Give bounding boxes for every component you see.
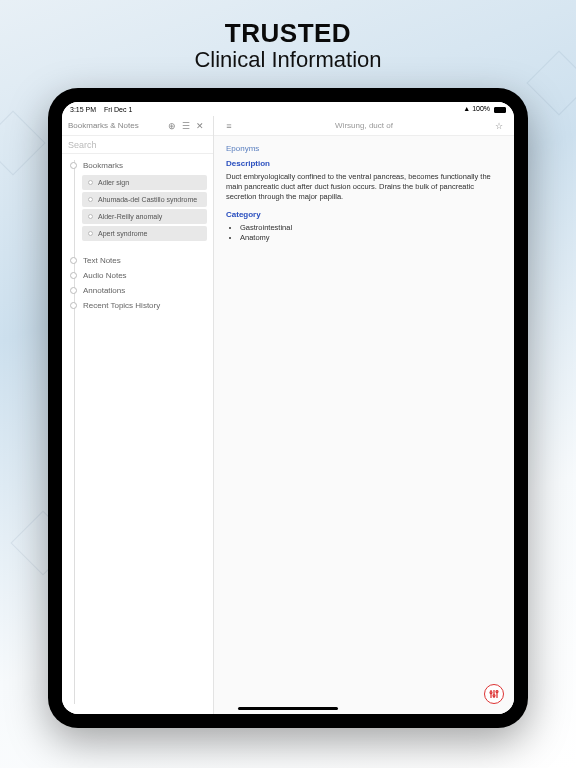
tree-node-icon xyxy=(70,257,77,264)
sidebar-title: Bookmarks & Notes xyxy=(68,121,165,130)
bookmark-item[interactable]: Ahumada-del Castillo syndrome xyxy=(82,192,207,207)
article-body: Eponyms Description Duct embryologically… xyxy=(214,136,514,251)
bookmark-label: Apert syndrome xyxy=(98,230,147,237)
promo-headline: TRUSTED Clinical Information xyxy=(0,0,576,73)
close-sidebar-button[interactable]: ✕ xyxy=(193,119,207,133)
sidebar-tree: Bookmarks Adler sign Ahumada-del Castill… xyxy=(62,154,213,714)
sidebar: Bookmarks & Notes ⊕ ☰ ✕ Bookmarks xyxy=(62,116,214,714)
status-right: ▲ 100% xyxy=(463,105,506,112)
battery-icon xyxy=(494,107,506,113)
main-pane: ≡ Wirsung, duct of ☆ Eponyms Description… xyxy=(214,116,514,714)
svg-point-5 xyxy=(496,691,498,693)
status-left: 3:15 PM Fri Dec 1 xyxy=(70,106,132,113)
section-text-notes[interactable]: Text Notes xyxy=(68,253,213,268)
ios-status-bar: 3:15 PM Fri Dec 1 ▲ 100% xyxy=(62,102,514,116)
bookmark-label: Alder-Reilly anomaly xyxy=(98,213,162,220)
add-button[interactable]: ⊕ xyxy=(165,119,179,133)
wifi-icon: ▲ xyxy=(463,105,470,112)
category-item: Anatomy xyxy=(240,233,502,242)
svg-point-3 xyxy=(493,695,495,697)
status-time: 3:15 PM xyxy=(70,106,96,113)
section-history[interactable]: Recent Topics History xyxy=(68,298,213,313)
tree-node-icon xyxy=(70,302,77,309)
tree-leaf-icon xyxy=(88,231,93,236)
section-audio-notes[interactable]: Audio Notes xyxy=(68,268,213,283)
category-item: Gastrointestinal xyxy=(240,223,502,232)
section-annotations[interactable]: Annotations xyxy=(68,283,213,298)
status-date: Fri Dec 1 xyxy=(104,106,132,113)
filter-button[interactable]: ☰ xyxy=(179,119,193,133)
tree-leaf-icon xyxy=(88,180,93,185)
bookmark-item[interactable]: Adler sign xyxy=(82,175,207,190)
section-bookmarks[interactable]: Bookmarks xyxy=(68,158,213,173)
promo-line-1: TRUSTED xyxy=(0,18,576,49)
tree-leaf-icon xyxy=(88,197,93,202)
category-heading: Category xyxy=(226,210,502,219)
tree-leaf-icon xyxy=(88,214,93,219)
category-list: Gastrointestinal Anatomy xyxy=(240,223,502,242)
promo-line-2: Clinical Information xyxy=(0,47,576,73)
home-indicator[interactable] xyxy=(238,707,338,710)
bookmark-item[interactable]: Apert syndrome xyxy=(82,226,207,241)
decorative-hex xyxy=(0,110,46,175)
svg-point-1 xyxy=(490,692,492,694)
settings-fab[interactable] xyxy=(484,684,504,704)
section-label: Annotations xyxy=(83,286,125,295)
sidebar-toolbar: Bookmarks & Notes ⊕ ☰ ✕ xyxy=(62,116,213,136)
description-text: Duct embryologically confined to the ven… xyxy=(226,172,502,202)
split-view: Bookmarks & Notes ⊕ ☰ ✕ Bookmarks xyxy=(62,116,514,714)
battery-percent: 100% xyxy=(472,105,490,112)
breadcrumb[interactable]: Eponyms xyxy=(226,144,502,153)
sidebar-search[interactable] xyxy=(62,136,213,154)
section-label: Recent Topics History xyxy=(83,301,160,310)
tablet-frame: 3:15 PM Fri Dec 1 ▲ 100% Bookmarks & Not… xyxy=(48,88,528,728)
tree-node-icon xyxy=(70,272,77,279)
search-input[interactable] xyxy=(68,140,207,150)
description-heading: Description xyxy=(226,159,502,168)
bookmark-label: Adler sign xyxy=(98,179,129,186)
favorite-button[interactable]: ☆ xyxy=(492,119,506,133)
section-label: Audio Notes xyxy=(83,271,127,280)
main-toolbar: ≡ Wirsung, duct of ☆ xyxy=(214,116,514,136)
list-view-button[interactable]: ≡ xyxy=(222,119,236,133)
sliders-icon xyxy=(488,688,500,700)
bookmark-label: Ahumada-del Castillo syndrome xyxy=(98,196,197,203)
tree-node-icon xyxy=(70,162,77,169)
tree-line xyxy=(74,160,75,704)
section-label: Bookmarks xyxy=(83,161,123,170)
bookmark-item[interactable]: Alder-Reilly anomaly xyxy=(82,209,207,224)
article-title: Wirsung, duct of xyxy=(236,121,492,130)
app-store-promo-backplate: TRUSTED Clinical Information 3:15 PM Fri… xyxy=(0,0,576,768)
section-label: Text Notes xyxy=(83,256,121,265)
tablet-screen: 3:15 PM Fri Dec 1 ▲ 100% Bookmarks & Not… xyxy=(62,102,514,714)
tree-node-icon xyxy=(70,287,77,294)
